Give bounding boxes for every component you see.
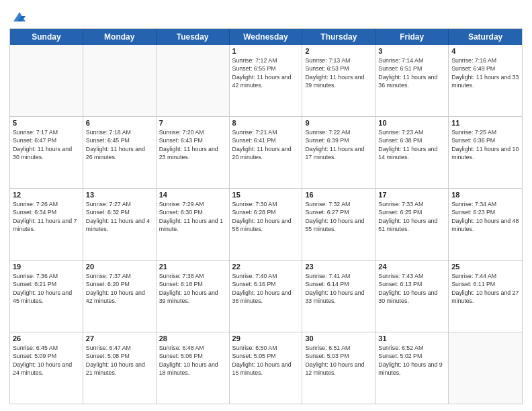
day-cell-5: 5Sunrise: 7:17 AM Sunset: 6:47 PM Daylig…	[10, 117, 83, 188]
day-number: 4	[451, 47, 519, 55]
day-cell-13: 13Sunrise: 7:27 AM Sunset: 6:32 PM Dayli…	[83, 189, 157, 260]
calendar-row-5: 26Sunrise: 6:45 AM Sunset: 5:09 PM Dayli…	[10, 332, 522, 404]
calendar-body: 1Sunrise: 7:12 AM Sunset: 6:55 PM Daylig…	[10, 45, 522, 404]
calendar-header-row: SundayMondayTuesdayWednesdayThursdayFrid…	[10, 29, 522, 45]
day-info: Sunrise: 7:34 AM Sunset: 6:23 PM Dayligh…	[451, 200, 519, 233]
day-number: 6	[86, 119, 153, 127]
day-info: Sunrise: 7:44 AM Sunset: 6:11 PM Dayligh…	[451, 272, 519, 305]
day-info: Sunrise: 6:50 AM Sunset: 5:05 PM Dayligh…	[232, 344, 300, 377]
day-cell-20: 20Sunrise: 7:37 AM Sunset: 6:20 PM Dayli…	[83, 261, 157, 332]
day-cell-empty-0-2	[157, 45, 230, 116]
day-cell-11: 11Sunrise: 7:25 AM Sunset: 6:36 PM Dayli…	[449, 117, 522, 188]
day-info: Sunrise: 7:17 AM Sunset: 6:47 PM Dayligh…	[13, 128, 80, 161]
day-cell-1: 1Sunrise: 7:12 AM Sunset: 6:55 PM Daylig…	[230, 45, 303, 116]
header-day-saturday: Saturday	[449, 29, 522, 45]
header-day-tuesday: Tuesday	[157, 29, 230, 45]
header-day-thursday: Thursday	[302, 29, 375, 45]
day-number: 1	[232, 47, 300, 55]
day-cell-26: 26Sunrise: 6:45 AM Sunset: 5:09 PM Dayli…	[10, 332, 83, 404]
day-number: 12	[13, 191, 80, 199]
day-info: Sunrise: 7:38 AM Sunset: 6:18 PM Dayligh…	[159, 272, 226, 305]
day-cell-15: 15Sunrise: 7:30 AM Sunset: 6:28 PM Dayli…	[230, 189, 303, 260]
day-cell-23: 23Sunrise: 7:41 AM Sunset: 6:14 PM Dayli…	[302, 261, 375, 332]
day-cell-9: 9Sunrise: 7:22 AM Sunset: 6:39 PM Daylig…	[302, 117, 375, 188]
day-number: 25	[451, 263, 519, 271]
day-info: Sunrise: 6:45 AM Sunset: 5:09 PM Dayligh…	[13, 344, 80, 377]
day-info: Sunrise: 7:18 AM Sunset: 6:45 PM Dayligh…	[86, 128, 153, 161]
header-day-sunday: Sunday	[10, 29, 83, 45]
day-number: 29	[232, 334, 300, 342]
day-number: 24	[378, 263, 445, 271]
day-info: Sunrise: 7:30 AM Sunset: 6:28 PM Dayligh…	[232, 200, 300, 233]
day-cell-8: 8Sunrise: 7:21 AM Sunset: 6:41 PM Daylig…	[230, 117, 303, 188]
day-cell-28: 28Sunrise: 6:48 AM Sunset: 5:06 PM Dayli…	[157, 332, 230, 404]
header-day-friday: Friday	[375, 29, 449, 45]
day-number: 9	[305, 119, 372, 127]
day-info: Sunrise: 7:21 AM Sunset: 6:41 PM Dayligh…	[232, 128, 300, 161]
day-info: Sunrise: 6:52 AM Sunset: 5:02 PM Dayligh…	[378, 344, 445, 377]
calendar-row-3: 12Sunrise: 7:26 AM Sunset: 6:34 PM Dayli…	[10, 189, 522, 261]
day-cell-19: 19Sunrise: 7:36 AM Sunset: 6:21 PM Dayli…	[10, 261, 83, 332]
day-number: 8	[232, 119, 300, 127]
day-number: 11	[451, 119, 519, 127]
day-cell-7: 7Sunrise: 7:20 AM Sunset: 6:43 PM Daylig…	[157, 117, 230, 188]
day-number: 21	[159, 263, 226, 271]
day-info: Sunrise: 7:12 AM Sunset: 6:55 PM Dayligh…	[232, 56, 300, 89]
day-number: 7	[159, 119, 226, 127]
day-info: Sunrise: 7:25 AM Sunset: 6:36 PM Dayligh…	[451, 128, 519, 161]
day-info: Sunrise: 6:51 AM Sunset: 5:03 PM Dayligh…	[305, 344, 372, 377]
day-number: 16	[305, 191, 372, 199]
day-info: Sunrise: 7:14 AM Sunset: 6:51 PM Dayligh…	[378, 56, 445, 89]
day-cell-6: 6Sunrise: 7:18 AM Sunset: 6:45 PM Daylig…	[83, 117, 157, 188]
day-cell-30: 30Sunrise: 6:51 AM Sunset: 5:03 PM Dayli…	[302, 332, 375, 404]
day-cell-24: 24Sunrise: 7:43 AM Sunset: 6:13 PM Dayli…	[375, 261, 449, 332]
day-info: Sunrise: 7:27 AM Sunset: 6:32 PM Dayligh…	[86, 200, 153, 233]
logo-icon	[12, 9, 27, 24]
header-day-wednesday: Wednesday	[230, 29, 303, 45]
day-number: 3	[378, 47, 445, 55]
day-info: Sunrise: 7:20 AM Sunset: 6:43 PM Dayligh…	[159, 128, 226, 161]
day-number: 18	[451, 191, 519, 199]
day-cell-3: 3Sunrise: 7:14 AM Sunset: 6:51 PM Daylig…	[375, 45, 449, 116]
day-info: Sunrise: 7:13 AM Sunset: 6:53 PM Dayligh…	[305, 56, 372, 89]
day-number: 22	[232, 263, 300, 271]
day-number: 17	[378, 191, 445, 199]
day-info: Sunrise: 7:26 AM Sunset: 6:34 PM Dayligh…	[13, 200, 80, 233]
day-number: 19	[13, 263, 80, 271]
day-info: Sunrise: 6:48 AM Sunset: 5:06 PM Dayligh…	[159, 344, 226, 377]
day-cell-12: 12Sunrise: 7:26 AM Sunset: 6:34 PM Dayli…	[10, 189, 83, 260]
day-number: 30	[305, 334, 372, 342]
day-number: 13	[86, 191, 153, 199]
day-info: Sunrise: 7:36 AM Sunset: 6:21 PM Dayligh…	[13, 272, 80, 305]
day-info: Sunrise: 7:29 AM Sunset: 6:30 PM Dayligh…	[159, 200, 226, 233]
day-info: Sunrise: 7:41 AM Sunset: 6:14 PM Dayligh…	[305, 272, 372, 305]
day-cell-16: 16Sunrise: 7:32 AM Sunset: 6:27 PM Dayli…	[302, 189, 375, 260]
calendar-row-4: 19Sunrise: 7:36 AM Sunset: 6:21 PM Dayli…	[10, 261, 522, 332]
calendar-row-2: 5Sunrise: 7:17 AM Sunset: 6:47 PM Daylig…	[10, 117, 522, 189]
day-number: 2	[305, 47, 372, 55]
day-number: 20	[86, 263, 153, 271]
day-number: 31	[378, 334, 445, 342]
day-cell-31: 31Sunrise: 6:52 AM Sunset: 5:02 PM Dayli…	[375, 332, 449, 404]
day-cell-empty-4-6	[449, 332, 522, 404]
day-cell-21: 21Sunrise: 7:38 AM Sunset: 6:18 PM Dayli…	[157, 261, 230, 332]
day-number: 23	[305, 263, 372, 271]
day-number: 14	[159, 191, 226, 199]
day-number: 26	[13, 334, 80, 342]
day-cell-empty-0-0	[10, 45, 83, 116]
calendar: SundayMondayTuesdayWednesdayThursdayFrid…	[9, 28, 523, 404]
day-cell-2: 2Sunrise: 7:13 AM Sunset: 6:53 PM Daylig…	[302, 45, 375, 116]
day-number: 15	[232, 191, 300, 199]
logo	[9, 9, 27, 24]
day-number: 28	[159, 334, 226, 342]
day-cell-27: 27Sunrise: 6:47 AM Sunset: 5:08 PM Dayli…	[83, 332, 157, 404]
calendar-row-1: 1Sunrise: 7:12 AM Sunset: 6:55 PM Daylig…	[10, 45, 522, 117]
header-day-monday: Monday	[83, 29, 157, 45]
day-number: 5	[13, 119, 80, 127]
day-info: Sunrise: 7:16 AM Sunset: 6:49 PM Dayligh…	[451, 56, 519, 89]
day-cell-22: 22Sunrise: 7:40 AM Sunset: 6:16 PM Dayli…	[230, 261, 303, 332]
day-number: 27	[86, 334, 153, 342]
day-info: Sunrise: 7:23 AM Sunset: 6:38 PM Dayligh…	[378, 128, 445, 161]
day-cell-4: 4Sunrise: 7:16 AM Sunset: 6:49 PM Daylig…	[449, 45, 522, 116]
day-info: Sunrise: 7:43 AM Sunset: 6:13 PM Dayligh…	[378, 272, 445, 305]
